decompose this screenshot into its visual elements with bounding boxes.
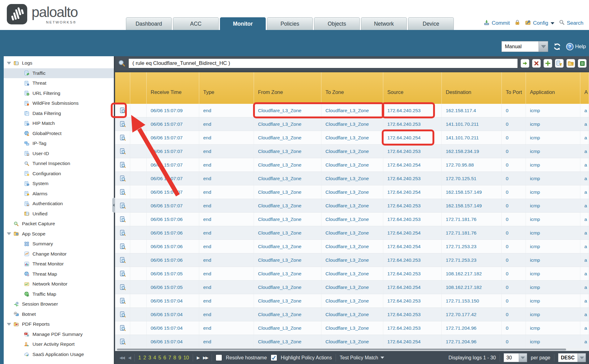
add-filter-button[interactable]	[544, 59, 552, 68]
sidebar-item-authentication[interactable]: Authentication	[4, 199, 114, 209]
log-detail-button[interactable]	[115, 199, 130, 212]
saved-filters-button[interactable]	[566, 59, 575, 68]
sidebar-item-threat[interactable]: Threat	[4, 78, 114, 88]
sidebar-item-session-browser[interactable]: Session Browser	[4, 299, 114, 309]
page-button-6[interactable]: 6	[163, 355, 166, 361]
sidebar-item-summary[interactable]: Summary	[4, 239, 114, 249]
apply-filter-button[interactable]	[521, 59, 529, 68]
lock-icon[interactable]	[514, 19, 520, 27]
log-detail-button[interactable]	[115, 335, 130, 348]
sort-order-select[interactable]: DESC	[558, 353, 586, 362]
page-button-8[interactable]: 8	[173, 355, 176, 361]
tab-device[interactable]: Device	[408, 17, 454, 30]
tab-policies[interactable]: Policies	[267, 17, 313, 30]
column-header-source[interactable]: Source	[383, 72, 442, 104]
sidebar-item-url-filtering[interactable]: URL Filtering	[4, 88, 114, 99]
log-detail-button[interactable]	[115, 253, 130, 267]
log-detail-button[interactable]	[115, 185, 130, 199]
sidebar-item-alarms[interactable]: Alarms	[4, 189, 114, 199]
help-button[interactable]: ? Help	[566, 43, 586, 50]
refresh-icon[interactable]	[553, 43, 561, 51]
page-button-1[interactable]: 1	[138, 355, 141, 361]
clear-filter-button[interactable]	[532, 59, 541, 68]
filter-builder-button[interactable]	[555, 59, 564, 68]
sidebar-item-packet-capture[interactable]: Packet Capture	[4, 219, 114, 229]
sidebar-item-logs[interactable]: Logs	[4, 58, 114, 68]
sidebar-item-user-id[interactable]: User-ID	[4, 149, 114, 159]
log-detail-button[interactable]	[115, 145, 130, 158]
log-detail-button[interactable]	[115, 117, 130, 131]
column-header-a[interactable]: A	[580, 72, 589, 104]
page-button-3[interactable]: 3	[148, 355, 151, 361]
column-header-destination[interactable]: Destination	[442, 72, 502, 104]
expander-icon[interactable]	[7, 232, 14, 235]
sidebar-item-threat-monitor[interactable]: Threat Monitor	[4, 259, 114, 269]
prev-page-button[interactable]: ◀	[128, 355, 131, 360]
expander-icon[interactable]	[7, 62, 14, 65]
sidebar-item-network-monitor[interactable]: Network Monitor	[4, 279, 114, 289]
global-search-button[interactable]: Search	[559, 19, 583, 27]
commit-button[interactable]: Commit	[484, 19, 510, 27]
horizontal-scrollbar[interactable]	[115, 348, 589, 351]
sidebar-item-unified[interactable]: Unified	[4, 209, 114, 219]
sidebar-item-ip-tag[interactable]: IP-Tag	[4, 138, 114, 149]
log-detail-button[interactable]	[115, 240, 130, 253]
chevron-down-icon[interactable]	[539, 41, 548, 52]
log-detail-button[interactable]	[115, 213, 130, 226]
refresh-interval-select[interactable]: Manual	[501, 41, 548, 52]
export-csv-button[interactable]	[578, 59, 587, 68]
sidebar-item-wildfire-submissions[interactable]: WildFire Submissions	[4, 98, 114, 108]
log-detail-button[interactable]	[115, 308, 130, 321]
sidebar-collapse-handle[interactable]	[112, 198, 115, 213]
sidebar-item-saas-application-usage[interactable]: SaaS Application Usage	[4, 349, 114, 360]
sidebar-item-change-monitor[interactable]: Change Monitor	[4, 249, 114, 259]
page-button-2[interactable]: 2	[143, 355, 146, 361]
log-detail-button[interactable]	[115, 281, 130, 294]
chevron-down-icon[interactable]	[578, 353, 586, 362]
sidebar-item-configuration[interactable]: Configuration	[4, 169, 114, 179]
sidebar-item-tunnel-inspection[interactable]: Tunnel Inspection	[4, 159, 114, 169]
column-header-from-zone[interactable]: From Zone	[254, 72, 321, 104]
sidebar-item-app-scope[interactable]: App Scope	[4, 229, 114, 239]
log-detail-button[interactable]	[115, 226, 130, 239]
sidebar-item-threat-map[interactable]: Threat Map	[4, 269, 114, 279]
next-page-button[interactable]: ▶	[197, 355, 199, 360]
column-header-type[interactable]: Type	[199, 72, 254, 104]
log-detail-button[interactable]	[115, 321, 130, 335]
highlight-policy-checkbox[interactable]	[271, 354, 277, 361]
sidebar-item-botnet[interactable]: Botnet	[4, 309, 114, 320]
tab-network[interactable]: Network	[361, 17, 407, 30]
last-page-button[interactable]: ▶▶	[203, 355, 208, 360]
sidebar-item-pdf-reports[interactable]: PDF Reports	[4, 319, 114, 329]
column-header-to-port[interactable]: To Port	[502, 72, 526, 104]
log-detail-button[interactable]	[115, 104, 130, 117]
sidebar-item-traffic-map[interactable]: Traffic Map	[4, 289, 114, 299]
per-page-select[interactable]: 30	[504, 353, 527, 362]
sidebar-item-manage-pdf-summary[interactable]: Manage PDF Summary	[4, 329, 114, 340]
column-header-application[interactable]: Application	[526, 72, 580, 104]
config-menu[interactable]: Config	[525, 19, 554, 27]
sidebar-item-globalprotect[interactable]: GlobalProtect	[4, 129, 114, 139]
page-button-9[interactable]: 9	[178, 355, 181, 361]
page-button-7[interactable]: 7	[168, 355, 171, 361]
chevron-down-icon[interactable]	[519, 353, 527, 362]
log-detail-button[interactable]	[115, 294, 130, 307]
log-detail-button[interactable]	[115, 158, 130, 171]
log-detail-button[interactable]	[115, 131, 130, 144]
tab-acc[interactable]: ACC	[173, 17, 219, 30]
test-policy-match-button[interactable]: Test Policy Match	[340, 355, 384, 361]
tab-dashboard[interactable]: Dashboard	[126, 17, 172, 30]
page-button-4[interactable]: 4	[153, 355, 156, 361]
column-header-receive-time[interactable]: Receive Time	[147, 72, 199, 104]
filter-query-input[interactable]	[128, 58, 518, 68]
log-detail-button[interactable]	[115, 172, 130, 185]
tab-objects[interactable]: Objects	[314, 17, 360, 30]
column-header-to-zone[interactable]: To Zone	[321, 72, 383, 104]
page-button-10[interactable]: 10	[183, 355, 189, 361]
page-button-5[interactable]: 5	[158, 355, 161, 361]
sidebar-item-traffic[interactable]: Traffic	[4, 68, 114, 78]
resolve-hostname-checkbox[interactable]	[216, 354, 222, 361]
tab-monitor[interactable]: Monitor	[220, 17, 266, 30]
first-page-button[interactable]: ◀◀	[119, 355, 124, 360]
log-detail-button[interactable]	[115, 267, 130, 280]
